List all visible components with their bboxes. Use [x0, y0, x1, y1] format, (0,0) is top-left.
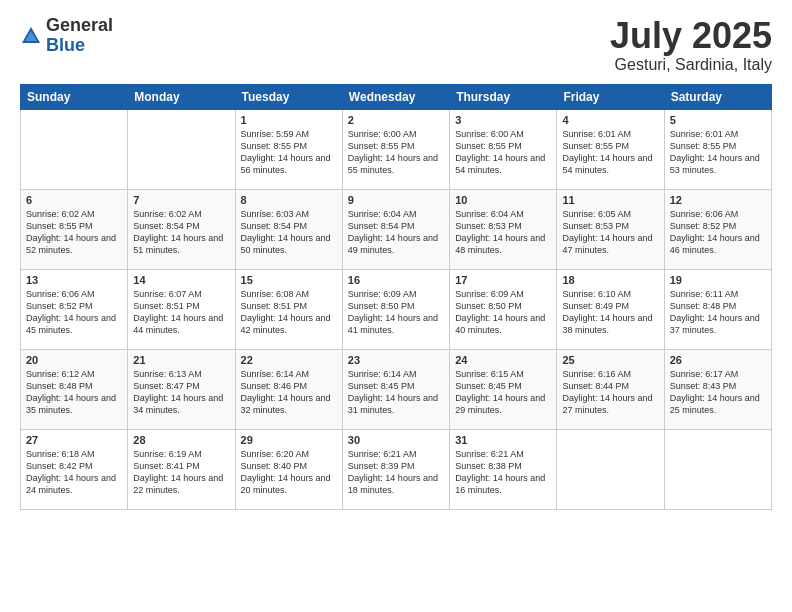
day-number-28: 28: [133, 434, 229, 446]
calendar-cell-w5-d0: 27Sunrise: 6:18 AM Sunset: 8:42 PM Dayli…: [21, 429, 128, 509]
day-number-3: 3: [455, 114, 551, 126]
day-info-14: Sunrise: 6:07 AM Sunset: 8:51 PM Dayligh…: [133, 288, 229, 337]
day-info-26: Sunrise: 6:17 AM Sunset: 8:43 PM Dayligh…: [670, 368, 766, 417]
day-info-5: Sunrise: 6:01 AM Sunset: 8:55 PM Dayligh…: [670, 128, 766, 177]
day-number-23: 23: [348, 354, 444, 366]
logo: General Blue: [20, 16, 113, 56]
day-info-12: Sunrise: 6:06 AM Sunset: 8:52 PM Dayligh…: [670, 208, 766, 257]
calendar-cell-w3-d0: 13Sunrise: 6:06 AM Sunset: 8:52 PM Dayli…: [21, 269, 128, 349]
day-info-25: Sunrise: 6:16 AM Sunset: 8:44 PM Dayligh…: [562, 368, 658, 417]
calendar-cell-w1-d1: [128, 109, 235, 189]
calendar-table: Sunday Monday Tuesday Wednesday Thursday…: [20, 84, 772, 510]
week-row-2: 6Sunrise: 6:02 AM Sunset: 8:55 PM Daylig…: [21, 189, 772, 269]
day-info-29: Sunrise: 6:20 AM Sunset: 8:40 PM Dayligh…: [241, 448, 337, 497]
day-info-19: Sunrise: 6:11 AM Sunset: 8:48 PM Dayligh…: [670, 288, 766, 337]
day-number-26: 26: [670, 354, 766, 366]
header-sunday: Sunday: [21, 84, 128, 109]
day-info-1: Sunrise: 5:59 AM Sunset: 8:55 PM Dayligh…: [241, 128, 337, 177]
day-info-10: Sunrise: 6:04 AM Sunset: 8:53 PM Dayligh…: [455, 208, 551, 257]
week-row-5: 27Sunrise: 6:18 AM Sunset: 8:42 PM Dayli…: [21, 429, 772, 509]
day-info-17: Sunrise: 6:09 AM Sunset: 8:50 PM Dayligh…: [455, 288, 551, 337]
calendar-cell-w3-d5: 18Sunrise: 6:10 AM Sunset: 8:49 PM Dayli…: [557, 269, 664, 349]
day-number-22: 22: [241, 354, 337, 366]
day-number-15: 15: [241, 274, 337, 286]
day-info-31: Sunrise: 6:21 AM Sunset: 8:38 PM Dayligh…: [455, 448, 551, 497]
day-info-6: Sunrise: 6:02 AM Sunset: 8:55 PM Dayligh…: [26, 208, 122, 257]
calendar-cell-w2-d0: 6Sunrise: 6:02 AM Sunset: 8:55 PM Daylig…: [21, 189, 128, 269]
day-info-27: Sunrise: 6:18 AM Sunset: 8:42 PM Dayligh…: [26, 448, 122, 497]
logo-icon: [20, 25, 42, 47]
calendar-cell-w2-d3: 9Sunrise: 6:04 AM Sunset: 8:54 PM Daylig…: [342, 189, 449, 269]
day-info-8: Sunrise: 6:03 AM Sunset: 8:54 PM Dayligh…: [241, 208, 337, 257]
header-saturday: Saturday: [664, 84, 771, 109]
calendar-cell-w4-d3: 23Sunrise: 6:14 AM Sunset: 8:45 PM Dayli…: [342, 349, 449, 429]
day-number-27: 27: [26, 434, 122, 446]
day-info-7: Sunrise: 6:02 AM Sunset: 8:54 PM Dayligh…: [133, 208, 229, 257]
calendar-cell-w4-d6: 26Sunrise: 6:17 AM Sunset: 8:43 PM Dayli…: [664, 349, 771, 429]
header-wednesday: Wednesday: [342, 84, 449, 109]
day-info-11: Sunrise: 6:05 AM Sunset: 8:53 PM Dayligh…: [562, 208, 658, 257]
calendar-cell-w1-d5: 4Sunrise: 6:01 AM Sunset: 8:55 PM Daylig…: [557, 109, 664, 189]
week-row-3: 13Sunrise: 6:06 AM Sunset: 8:52 PM Dayli…: [21, 269, 772, 349]
day-number-7: 7: [133, 194, 229, 206]
day-info-28: Sunrise: 6:19 AM Sunset: 8:41 PM Dayligh…: [133, 448, 229, 497]
day-number-4: 4: [562, 114, 658, 126]
day-info-15: Sunrise: 6:08 AM Sunset: 8:51 PM Dayligh…: [241, 288, 337, 337]
calendar-cell-w5-d1: 28Sunrise: 6:19 AM Sunset: 8:41 PM Dayli…: [128, 429, 235, 509]
title-block: July 2025 Gesturi, Sardinia, Italy: [610, 16, 772, 74]
calendar-cell-w3-d3: 16Sunrise: 6:09 AM Sunset: 8:50 PM Dayli…: [342, 269, 449, 349]
day-info-24: Sunrise: 6:15 AM Sunset: 8:45 PM Dayligh…: [455, 368, 551, 417]
day-number-18: 18: [562, 274, 658, 286]
day-number-30: 30: [348, 434, 444, 446]
week-row-1: 1Sunrise: 5:59 AM Sunset: 8:55 PM Daylig…: [21, 109, 772, 189]
header-tuesday: Tuesday: [235, 84, 342, 109]
day-number-11: 11: [562, 194, 658, 206]
month-title: July 2025: [610, 16, 772, 56]
day-number-24: 24: [455, 354, 551, 366]
day-number-25: 25: [562, 354, 658, 366]
calendar-cell-w4-d2: 22Sunrise: 6:14 AM Sunset: 8:46 PM Dayli…: [235, 349, 342, 429]
calendar-cell-w4-d5: 25Sunrise: 6:16 AM Sunset: 8:44 PM Dayli…: [557, 349, 664, 429]
calendar-cell-w3-d6: 19Sunrise: 6:11 AM Sunset: 8:48 PM Dayli…: [664, 269, 771, 349]
calendar-cell-w3-d1: 14Sunrise: 6:07 AM Sunset: 8:51 PM Dayli…: [128, 269, 235, 349]
calendar-cell-w1-d4: 3Sunrise: 6:00 AM Sunset: 8:55 PM Daylig…: [450, 109, 557, 189]
day-number-20: 20: [26, 354, 122, 366]
day-info-16: Sunrise: 6:09 AM Sunset: 8:50 PM Dayligh…: [348, 288, 444, 337]
day-number-31: 31: [455, 434, 551, 446]
day-number-6: 6: [26, 194, 122, 206]
header-thursday: Thursday: [450, 84, 557, 109]
day-number-9: 9: [348, 194, 444, 206]
header: General Blue July 2025 Gesturi, Sardinia…: [20, 16, 772, 74]
logo-text: General Blue: [46, 16, 113, 56]
day-info-9: Sunrise: 6:04 AM Sunset: 8:54 PM Dayligh…: [348, 208, 444, 257]
calendar-cell-w1-d3: 2Sunrise: 6:00 AM Sunset: 8:55 PM Daylig…: [342, 109, 449, 189]
day-number-16: 16: [348, 274, 444, 286]
calendar-cell-w5-d4: 31Sunrise: 6:21 AM Sunset: 8:38 PM Dayli…: [450, 429, 557, 509]
day-number-10: 10: [455, 194, 551, 206]
day-number-14: 14: [133, 274, 229, 286]
day-info-22: Sunrise: 6:14 AM Sunset: 8:46 PM Dayligh…: [241, 368, 337, 417]
calendar-cell-w1-d6: 5Sunrise: 6:01 AM Sunset: 8:55 PM Daylig…: [664, 109, 771, 189]
day-number-19: 19: [670, 274, 766, 286]
calendar-cell-w2-d2: 8Sunrise: 6:03 AM Sunset: 8:54 PM Daylig…: [235, 189, 342, 269]
page: General Blue July 2025 Gesturi, Sardinia…: [0, 0, 792, 612]
calendar-cell-w5-d6: [664, 429, 771, 509]
logo-general-text: General: [46, 16, 113, 36]
calendar-cell-w2-d1: 7Sunrise: 6:02 AM Sunset: 8:54 PM Daylig…: [128, 189, 235, 269]
day-number-21: 21: [133, 354, 229, 366]
day-info-2: Sunrise: 6:00 AM Sunset: 8:55 PM Dayligh…: [348, 128, 444, 177]
day-info-4: Sunrise: 6:01 AM Sunset: 8:55 PM Dayligh…: [562, 128, 658, 177]
calendar-cell-w3-d4: 17Sunrise: 6:09 AM Sunset: 8:50 PM Dayli…: [450, 269, 557, 349]
day-info-20: Sunrise: 6:12 AM Sunset: 8:48 PM Dayligh…: [26, 368, 122, 417]
day-info-3: Sunrise: 6:00 AM Sunset: 8:55 PM Dayligh…: [455, 128, 551, 177]
calendar-cell-w2-d6: 12Sunrise: 6:06 AM Sunset: 8:52 PM Dayli…: [664, 189, 771, 269]
location-title: Gesturi, Sardinia, Italy: [610, 56, 772, 74]
calendar-cell-w2-d4: 10Sunrise: 6:04 AM Sunset: 8:53 PM Dayli…: [450, 189, 557, 269]
calendar-cell-w4-d0: 20Sunrise: 6:12 AM Sunset: 8:48 PM Dayli…: [21, 349, 128, 429]
calendar-cell-w4-d4: 24Sunrise: 6:15 AM Sunset: 8:45 PM Dayli…: [450, 349, 557, 429]
day-info-23: Sunrise: 6:14 AM Sunset: 8:45 PM Dayligh…: [348, 368, 444, 417]
day-number-17: 17: [455, 274, 551, 286]
day-number-1: 1: [241, 114, 337, 126]
day-info-30: Sunrise: 6:21 AM Sunset: 8:39 PM Dayligh…: [348, 448, 444, 497]
day-number-8: 8: [241, 194, 337, 206]
